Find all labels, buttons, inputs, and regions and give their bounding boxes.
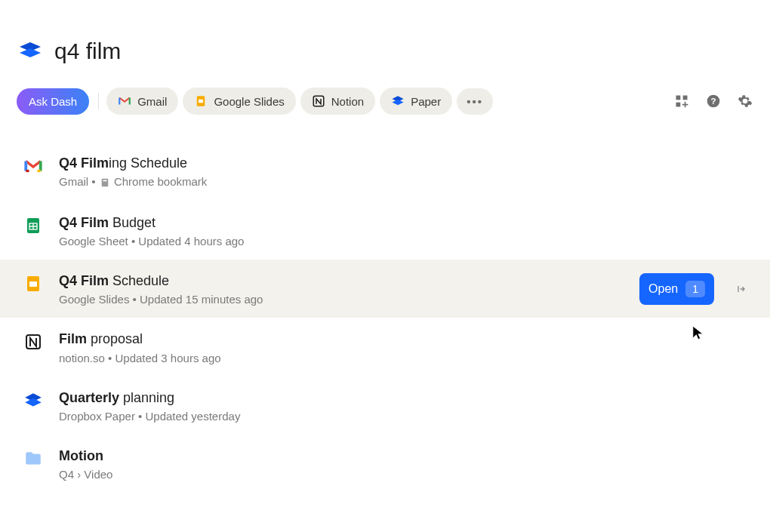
google-sheets-icon (23, 215, 44, 236)
ask-dash-button[interactable]: Ask Dash (17, 88, 89, 115)
filter-toolbar: Ask Dash Gmail Google Slides Not (0, 88, 770, 115)
filter-chip-gmail[interactable]: Gmail (106, 88, 178, 115)
filter-chip-more[interactable]: ••• (457, 88, 493, 115)
folder-icon (23, 448, 44, 469)
divider (98, 93, 99, 109)
result-title: Q4 Film Schedule (59, 272, 624, 290)
more-icon: ••• (467, 95, 483, 108)
result-title: Q4 Film Budget (59, 214, 749, 232)
result-meta: Gmail • Chrome bookmark (59, 175, 749, 189)
result-meta: notion.so • Updated 3 hours ago (59, 352, 749, 364)
svg-rect-12 (101, 179, 108, 186)
result-row[interactable]: Motion Q4 › Video (0, 435, 770, 493)
result-title: Film proposal (59, 330, 749, 348)
result-title: Q4 Filming Schedule (59, 154, 749, 172)
chip-label: Gmail (137, 95, 167, 108)
filter-chip-paper[interactable]: Paper (380, 88, 452, 115)
chip-label: Paper (411, 95, 441, 108)
result-meta: Q4 › Video (59, 468, 749, 481)
result-row[interactable]: Film proposal notion.so • Updated 3 hour… (0, 318, 770, 376)
open-button-badge: 1 (685, 281, 705, 297)
open-external-icon[interactable] (734, 283, 749, 295)
filter-chip-google-slides[interactable]: Google Slides (183, 88, 295, 115)
bookmark-icon (100, 177, 109, 189)
svg-rect-13 (103, 180, 106, 181)
open-button-label: Open (648, 282, 678, 296)
filter-chip-notion[interactable]: Notion (300, 88, 375, 115)
help-icon[interactable]: ? (705, 93, 722, 109)
result-title: Motion (59, 447, 749, 465)
gmail-icon (23, 155, 44, 177)
open-button[interactable]: Open 1 (639, 273, 714, 305)
svg-marker-1 (20, 48, 41, 57)
result-row[interactable]: Q4 Film Budget Google Sheet • Updated 4 … (0, 201, 770, 260)
svg-text:?: ? (710, 96, 716, 106)
result-meta: Dropbox Paper • Updated yesterday (59, 410, 749, 423)
svg-rect-7 (676, 96, 681, 100)
chip-label: Google Slides (214, 95, 284, 108)
results-list: Q4 Filming Schedule Gmail • Chrome bookm… (0, 142, 770, 493)
settings-icon[interactable] (737, 93, 753, 109)
svg-marker-20 (25, 398, 42, 406)
result-row[interactable]: Q4 Film Schedule Google Slides • Updated… (0, 260, 770, 318)
search-header: q4 film (0, 0, 770, 88)
svg-rect-3 (199, 100, 203, 103)
dropbox-paper-icon (391, 94, 405, 108)
gmail-icon (118, 94, 131, 108)
add-app-icon[interactable] (673, 93, 690, 109)
result-row[interactable]: Q4 Filming Schedule Gmail • Chrome bookm… (0, 142, 770, 201)
chip-label: Notion (331, 95, 364, 108)
svg-marker-6 (393, 100, 404, 106)
result-meta: Google Sheet • Updated 4 hours ago (59, 235, 749, 248)
notion-icon (312, 94, 325, 108)
svg-rect-8 (683, 96, 688, 100)
svg-rect-17 (29, 281, 37, 287)
google-slides-icon (194, 94, 208, 108)
result-title: Quarterly planning (59, 389, 749, 407)
result-meta: Google Slides • Updated 15 minutes ago (59, 293, 624, 306)
dropbox-paper-icon (23, 390, 44, 411)
notion-icon (23, 331, 44, 352)
svg-rect-9 (676, 103, 681, 107)
search-query[interactable]: q4 film (54, 38, 121, 64)
google-slides-icon (23, 273, 44, 294)
utility-icons: ? (673, 93, 753, 109)
result-row[interactable]: Quarterly planning Dropbox Paper • Updat… (0, 377, 770, 435)
dropbox-logo-icon (17, 38, 44, 65)
